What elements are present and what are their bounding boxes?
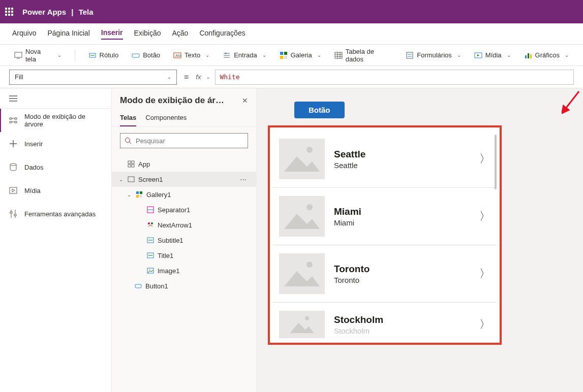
label-icon	[88, 51, 97, 59]
svg-point-72	[306, 147, 313, 153]
gallery-item[interactable]: MiamiMiami 〉	[273, 188, 497, 245]
gallery-control[interactable]: SeattleSeattle 〉 MiamiMiami 〉 TorontoTor…	[273, 130, 497, 340]
tree-search-input[interactable]	[120, 133, 248, 148]
rail-collapse-button[interactable]	[0, 88, 111, 109]
tree-node-image1[interactable]: Image1	[112, 263, 256, 278]
tree-node-separator1[interactable]: Separator1	[112, 202, 256, 217]
menu-settings[interactable]: Configurações	[199, 29, 245, 39]
sliders-icon	[9, 210, 17, 218]
svg-point-81	[305, 316, 309, 320]
menu-file[interactable]: Arquivo	[12, 29, 36, 39]
rail-insert[interactable]: Inserir	[0, 132, 111, 155]
ribbon-label[interactable]: Rótulo	[88, 51, 119, 59]
fx-dropdown[interactable]: fx⌄	[196, 73, 210, 81]
svg-rect-73	[279, 196, 325, 237]
gallery-item[interactable]: SeattleSeattle 〉	[273, 130, 497, 188]
gallery-icon	[280, 51, 288, 59]
ribbon: Nova tela⌄ Rótulo Botão Abc Texto⌄ Entra…	[0, 45, 583, 66]
svg-rect-12	[284, 52, 287, 55]
title-bar: Power Apps | Tela	[0, 0, 583, 23]
svg-rect-48	[128, 161, 131, 164]
svg-rect-50	[128, 165, 131, 167]
rail-media[interactable]: Mídia	[0, 179, 111, 202]
svg-rect-79	[287, 311, 318, 338]
svg-rect-13	[280, 56, 283, 59]
svg-marker-41	[12, 189, 15, 192]
chevron-down-icon[interactable]: ⌄	[118, 177, 124, 182]
svg-rect-45	[14, 214, 16, 216]
chevron-right-icon[interactable]: 〉	[479, 209, 490, 224]
ribbon-gallery[interactable]: Galeria⌄	[280, 51, 321, 59]
svg-text:Abc: Abc	[175, 53, 181, 58]
label-node-icon	[146, 251, 155, 259]
ribbon-new-screen[interactable]: Nova tela⌄	[14, 48, 62, 63]
svg-rect-76	[279, 253, 325, 294]
tree-panel-title: Modo de exibição de ár…	[120, 95, 224, 106]
chevron-down-icon[interactable]: ⌄	[126, 192, 132, 198]
svg-point-39	[10, 164, 16, 166]
menu-insert[interactable]: Inserir	[101, 28, 123, 40]
close-panel-button[interactable]: ✕	[242, 96, 248, 105]
tree-node-app[interactable]: App	[112, 156, 256, 172]
ribbon-forms[interactable]: Formulários⌄	[406, 51, 461, 59]
chevron-down-icon: ⌄	[262, 52, 266, 58]
svg-rect-51	[132, 165, 134, 167]
ribbon-button[interactable]: Botão	[132, 51, 160, 59]
ribbon-text[interactable]: Abc Texto⌄	[173, 51, 209, 59]
rail-data[interactable]: Dados	[0, 155, 111, 179]
nextarrow-icon	[146, 221, 155, 229]
property-selector[interactable]: Fill ⌄	[9, 70, 177, 85]
svg-rect-0	[15, 52, 22, 57]
chevron-right-icon[interactable]: 〉	[479, 266, 490, 281]
gallery-item[interactable]: TorontoToronto 〉	[273, 245, 497, 303]
ribbon-charts[interactable]: Gráficos⌄	[524, 51, 569, 59]
chevron-right-icon[interactable]: 〉	[479, 317, 490, 332]
app-launcher-icon[interactable]	[5, 8, 13, 16]
svg-rect-32	[10, 121, 12, 123]
canvas[interactable]: Botão SeattleSeattle 〉 MiamiMiami 〉 Toro…	[257, 88, 583, 392]
ribbon-datatable[interactable]: Tabela de dados	[334, 48, 393, 63]
svg-rect-53	[136, 191, 139, 194]
chevron-down-icon: ⌄	[167, 74, 171, 80]
more-options-button[interactable]: ⋯	[240, 176, 250, 183]
tree-node--title1[interactable]: Title1	[112, 248, 256, 263]
rail-advanced-tools[interactable]: Ferramentas avançadas	[0, 202, 111, 225]
svg-rect-55	[136, 195, 139, 198]
tree-node-subtitle1[interactable]: Subtitle1	[112, 233, 256, 248]
menu-home[interactable]: Página Inicial	[47, 29, 89, 39]
canvas-button-control[interactable]: Botão	[294, 102, 345, 118]
tree-node-nextarrow1[interactable]: NextArrow1	[112, 217, 256, 233]
screen-icon	[14, 51, 22, 59]
search-icon	[125, 137, 132, 144]
menu-action[interactable]: Ação	[172, 29, 188, 39]
chevron-down-icon: ⌄	[205, 52, 209, 58]
chevron-right-icon[interactable]: 〉	[479, 151, 490, 167]
tree-node-screen1[interactable]: ⌄ Screen1 ⋯	[112, 172, 256, 187]
gallery-item-subtitle: Miami	[334, 218, 470, 227]
main-area: Modo de exibição de árvore Inserir Dados…	[0, 88, 583, 392]
scrollbar-thumb[interactable]	[495, 135, 497, 189]
left-rail: Modo de exibição de árvore Inserir Dados…	[0, 88, 112, 392]
gallery-item-subtitle: Stockholm	[334, 326, 470, 335]
formula-input[interactable]: White	[215, 70, 574, 85]
gallery-item[interactable]: StockholmStockholm 〉	[273, 303, 497, 340]
annotation-arrow-icon	[562, 89, 582, 115]
menu-view[interactable]: Exibição	[134, 29, 161, 39]
svg-rect-67	[135, 284, 141, 288]
svg-line-47	[129, 142, 131, 144]
svg-point-60	[151, 222, 153, 224]
gallery-selection-frame: SeattleSeattle 〉 MiamiMiami 〉 TorontoTor…	[268, 125, 502, 345]
tree-tab-components[interactable]: Componentes	[145, 110, 187, 126]
rail-tree-view[interactable]: Modo de exibição de árvore	[0, 109, 111, 132]
tree-node-button1[interactable]: Button1	[112, 278, 256, 293]
svg-line-69	[565, 91, 579, 110]
gallery-item-subtitle: Seattle	[334, 161, 470, 170]
tree-node-gallery1[interactable]: ⌄ Gallery1	[112, 187, 256, 202]
app-title: Power Apps | Tela	[22, 8, 94, 16]
gallery-node-icon	[135, 190, 143, 199]
svg-rect-27	[530, 54, 532, 58]
ribbon-input[interactable]: Entrada⌄	[223, 51, 266, 59]
ribbon-media[interactable]: Mídia⌄	[474, 51, 511, 59]
tree-tab-screens[interactable]: Telas	[120, 110, 136, 126]
image-placeholder-icon	[279, 253, 325, 294]
